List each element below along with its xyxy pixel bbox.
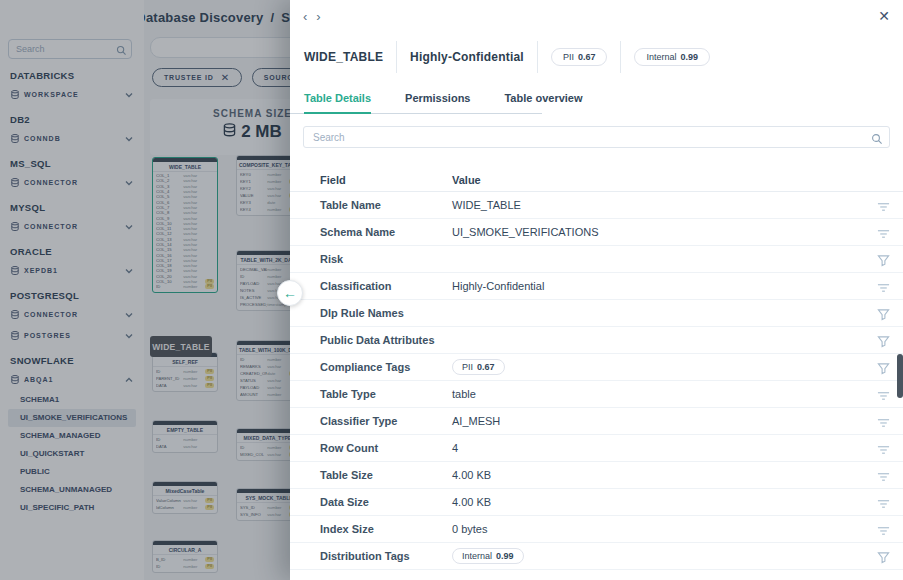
filter-lines-icon[interactable]	[877, 496, 890, 514]
filter-lines-icon[interactable]	[877, 442, 890, 460]
page: Structured Data/Database Discovery/Snowf…	[0, 0, 903, 580]
tag-score: 0.99	[680, 52, 698, 62]
filter-funnel-icon[interactable]	[877, 253, 890, 271]
tab-table-overview[interactable]: Table overview	[504, 86, 582, 113]
table-header-row: Field Value	[290, 168, 903, 192]
pill-score: 0.99	[496, 551, 514, 561]
tag-label: PII	[563, 52, 574, 62]
drawer-collapse-button[interactable]: ←	[277, 280, 303, 306]
close-icon[interactable]: ✕	[878, 8, 890, 24]
tag-label: Internal	[646, 52, 676, 62]
row-field-label: Distribution Tags	[320, 550, 452, 562]
drawer-table-title: WIDE_TABLE	[304, 50, 383, 64]
table-row: Index Size0 bytes	[290, 516, 903, 543]
row-field-label: Compliance Tags	[320, 361, 452, 373]
tag-pill-internal: Internal0.99	[634, 48, 710, 66]
filter-funnel-icon[interactable]	[877, 361, 890, 379]
filter-funnel-icon[interactable]	[877, 334, 890, 352]
filter-lines-icon[interactable]	[877, 469, 890, 487]
row-value-pill: Internal0.99	[452, 548, 524, 564]
filter-lines-icon[interactable]	[877, 388, 890, 406]
drawer-search-input[interactable]	[303, 126, 890, 148]
row-value: table	[452, 388, 476, 400]
next-arrow-icon[interactable]: ›	[316, 9, 320, 25]
drawer-scrollbar-thumb[interactable]	[897, 354, 903, 398]
value-column-header: Value	[452, 174, 481, 186]
table-row: ClassificationHighly-Confidential	[290, 273, 903, 300]
tag-score: 0.67	[578, 52, 596, 62]
row-value: UI_SMOKE_VERIFICATIONS	[452, 226, 599, 238]
row-field-label: Row Count	[320, 442, 452, 454]
row-value: Highly-Confidential	[452, 280, 544, 292]
drawer-header: WIDE_TABLEHighly-ConfidentialPII0.67Inte…	[304, 42, 883, 72]
row-field-label: Table Size	[320, 469, 452, 481]
drawer-search	[303, 126, 890, 148]
filter-funnel-icon[interactable]	[877, 550, 890, 568]
drawer-tabs: Table DetailsPermissionsTable overview	[290, 86, 542, 114]
drawer-nav: ‹ ›	[303, 9, 321, 25]
table-row: Data Size4.00 KB	[290, 489, 903, 516]
field-value-table: Field Value Table NameWIDE_TABLESchema N…	[290, 168, 903, 570]
table-row: Table Typetable	[290, 381, 903, 408]
pill-label: Internal	[462, 551, 492, 561]
table-row: Distribution TagsInternal0.99	[290, 543, 903, 570]
header-divider	[537, 41, 538, 73]
header-divider	[396, 41, 397, 73]
prev-arrow-icon[interactable]: ‹	[303, 9, 307, 25]
table-row: Public Data Attributes	[290, 327, 903, 354]
table-row: Schema NameUI_SMOKE_VERIFICATIONS	[290, 219, 903, 246]
row-value-pill: PII0.67	[452, 359, 505, 375]
filter-lines-icon[interactable]	[877, 415, 890, 433]
row-field-label: Classification	[320, 280, 452, 292]
row-field-label: Table Name	[320, 199, 452, 211]
row-value: 0 bytes	[452, 523, 487, 535]
filter-funnel-icon[interactable]	[877, 307, 890, 325]
row-field-label: Risk	[320, 253, 452, 265]
table-row: Compliance TagsPII0.67	[290, 354, 903, 381]
row-value: AI_MESH	[452, 415, 500, 427]
table-row: Classifier TypeAI_MESH	[290, 408, 903, 435]
row-field-label: Dlp Rule Names	[320, 307, 452, 319]
search-icon	[871, 131, 883, 149]
field-column-header: Field	[320, 174, 452, 186]
row-field-label: Schema Name	[320, 226, 452, 238]
table-row: Risk	[290, 246, 903, 273]
table-row: Table NameWIDE_TABLE	[290, 192, 903, 219]
table-row: Dlp Rule Names	[290, 300, 903, 327]
classification-label: Highly-Confidential	[410, 50, 524, 64]
filter-lines-icon[interactable]	[877, 226, 890, 244]
row-value: 4	[452, 442, 458, 454]
tag-pill-pii: PII0.67	[551, 48, 608, 66]
table-row: Row Count4	[290, 435, 903, 462]
pill-label: PII	[462, 362, 473, 372]
row-field-label: Public Data Attributes	[320, 334, 452, 346]
row-field-label: Table Type	[320, 388, 452, 400]
filter-lines-icon[interactable]	[877, 280, 890, 298]
tab-table-details[interactable]: Table Details	[304, 86, 371, 114]
row-value: 4.00 KB	[452, 469, 491, 481]
row-field-label: Index Size	[320, 523, 452, 535]
row-field-label: Classifier Type	[320, 415, 452, 427]
row-field-label: Data Size	[320, 496, 452, 508]
pill-score: 0.67	[477, 362, 495, 372]
tab-permissions[interactable]: Permissions	[405, 86, 470, 113]
detail-drawer: ‹ › ✕ WIDE_TABLEHighly-ConfidentialPII0.…	[290, 0, 903, 580]
row-value: 4.00 KB	[452, 496, 491, 508]
header-divider	[620, 41, 621, 73]
filter-lines-icon[interactable]	[877, 523, 890, 541]
filter-lines-icon[interactable]	[877, 199, 890, 217]
row-value: WIDE_TABLE	[452, 199, 521, 211]
table-row: Table Size4.00 KB	[290, 462, 903, 489]
